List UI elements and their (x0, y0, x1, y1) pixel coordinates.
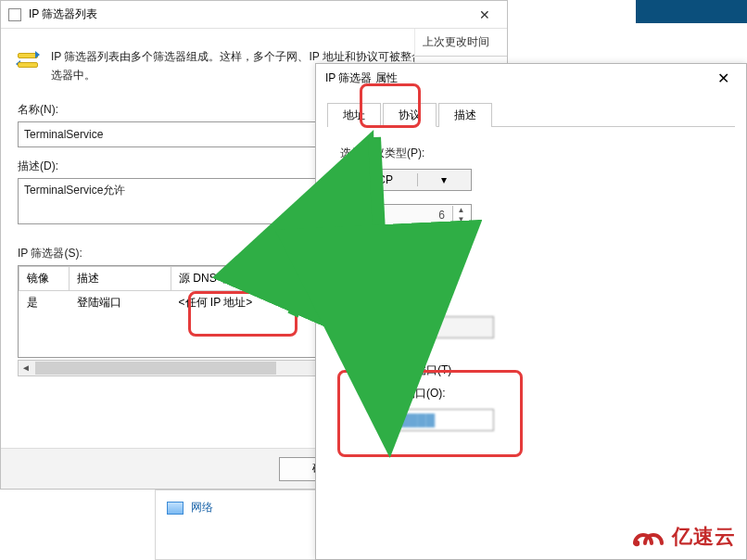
radio-to-any-label: 到任意端口(T) (382, 363, 451, 378)
to-port-field[interactable] (385, 409, 494, 431)
port-section-label: 设置 IP 协议端口: (340, 247, 722, 262)
radio-from-this[interactable] (362, 295, 374, 307)
from-port-field (385, 316, 494, 338)
cell-desc: 登陆端口 (70, 290, 171, 314)
protocol-type-select[interactable]: TCP ▾ (362, 169, 472, 191)
brand-text: 亿速云 (672, 523, 736, 551)
scroll-left-icon[interactable]: ◄ (19, 363, 33, 373)
ip-filter-properties-dialog: IP 筛选器 属性 ✕ 地址 协议 描述 选择协议类型(P): TCP ▾ ▲▼… (315, 63, 747, 560)
spin-down-icon[interactable]: ▼ (453, 215, 469, 224)
close-icon[interactable]: ✕ (709, 70, 737, 87)
chevron-down-icon[interactable]: ▾ (417, 173, 472, 186)
tab-address[interactable]: 地址 (327, 103, 381, 127)
brand-logo: 亿速云 (624, 523, 736, 551)
tab-description[interactable]: 描述 (438, 103, 492, 127)
dialog2-title-text: IP 筛选器 属性 (325, 70, 398, 86)
spin-up-icon[interactable]: ▲ (453, 206, 469, 215)
protocol-selected: TCP (363, 173, 417, 186)
cell-mirror: 是 (19, 290, 70, 314)
col-mirror[interactable]: 镜像 (19, 266, 70, 290)
scroll-thumb[interactable] (35, 362, 276, 375)
protocol-type-label: 选择协议类型(P): (340, 146, 722, 161)
radio-to-this[interactable] (362, 388, 374, 400)
radio-from-any-label: 从任意端口(F) (382, 270, 451, 286)
dialog1-title-text: IP 筛选器列表 (29, 6, 97, 22)
radio-to-any[interactable] (362, 364, 374, 376)
svg-point-3 (634, 541, 639, 546)
filter-list-icon (18, 49, 38, 73)
radio-from-this-label: 从此端口(R): (382, 293, 445, 309)
radio-from-any[interactable] (362, 272, 374, 284)
cell-srcdns: <任何 IP 地址> (171, 290, 273, 314)
tab-protocol[interactable]: 协议 (383, 103, 437, 127)
col-srcdns[interactable]: 源 DNS 名称 (171, 266, 273, 290)
dialog2-titlebar[interactable]: IP 筛选器 属性 ✕ (316, 64, 746, 92)
close-icon[interactable]: ✕ (470, 7, 500, 22)
tab-bar: 地址 协议 描述 (327, 99, 735, 127)
network-icon (167, 502, 184, 515)
radio-to-this-label: 到此端口(O): (382, 386, 446, 401)
col-desc[interactable]: 描述 (70, 266, 171, 290)
protocol-number-field[interactable] (363, 205, 452, 225)
bg-col-header: 上次更改时间 (415, 29, 507, 57)
dialog1-titlebar[interactable]: IP 筛选器列表 ✕ (1, 1, 507, 29)
network-label[interactable]: 网络 (191, 500, 213, 515)
app-icon (8, 8, 21, 21)
protocol-number-spin[interactable]: ▲▼ (362, 204, 472, 226)
